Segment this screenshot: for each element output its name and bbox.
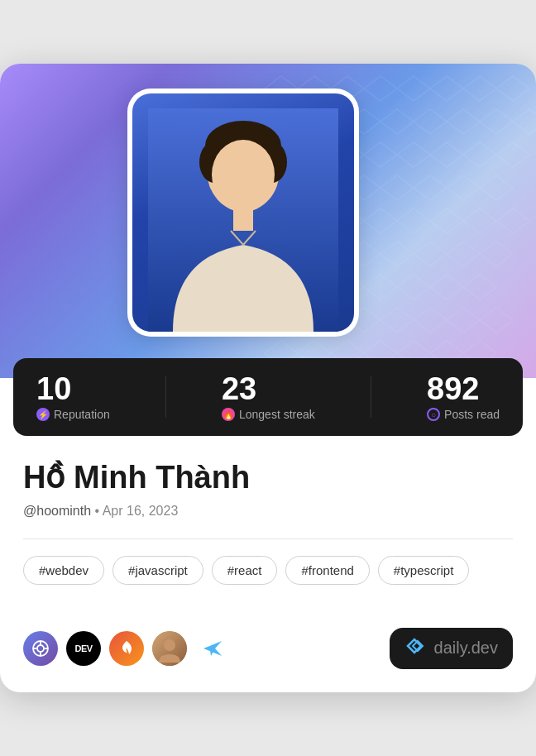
crosshair-icon[interactable] <box>23 631 58 666</box>
svg-point-8 <box>37 645 44 652</box>
profile-meta: @hoominth • Apr 16, 2023 <box>23 504 513 519</box>
stat-posts: 892 ○ Posts read <box>427 373 500 421</box>
join-date: Apr 16, 2023 <box>103 504 179 518</box>
reputation-label: ⚡ Reputation <box>36 408 110 421</box>
stat-divider-1 <box>165 376 166 418</box>
stat-divider-2 <box>371 376 371 418</box>
profile-card: 10 ⚡ Reputation 23 🔥 Longest streak 892 … <box>0 64 536 692</box>
stat-streak: 23 🔥 Longest streak <box>222 373 315 421</box>
card-body: Hồ Minh Thành @hoominth • Apr 16, 2023 #… <box>0 436 536 628</box>
posts-value: 892 <box>427 373 500 404</box>
divider <box>23 538 513 539</box>
daily-dev-logo: daily.dev <box>390 628 513 669</box>
svg-point-14 <box>164 639 175 651</box>
stats-bar: 10 ⚡ Reputation 23 🔥 Longest streak 892 … <box>13 358 523 436</box>
user-photo-icon[interactable] <box>152 631 187 666</box>
svg-point-5 <box>212 140 275 209</box>
devto-icon[interactable]: DEV <box>66 631 101 666</box>
profile-name: Hồ Minh Thành <box>23 459 513 497</box>
reputation-value: 10 <box>36 373 110 404</box>
hashnode-icon[interactable] <box>109 631 144 666</box>
streak-icon: 🔥 <box>222 408 235 421</box>
tag-frontend[interactable]: #frontend <box>285 556 369 585</box>
daily-dev-icon <box>404 636 428 661</box>
meta-separator: • <box>95 504 103 518</box>
avatar-wrapper <box>127 89 359 337</box>
tag-react[interactable]: #react <box>212 556 278 585</box>
posts-icon: ○ <box>427 408 440 421</box>
reputation-icon: ⚡ <box>36 408 50 421</box>
stat-reputation: 10 ⚡ Reputation <box>36 373 110 421</box>
card-header <box>0 64 536 378</box>
social-icons: DEV <box>23 631 230 666</box>
tag-webdev[interactable]: #webdev <box>23 556 104 585</box>
svg-rect-6 <box>233 206 253 231</box>
avatar-image <box>132 93 354 332</box>
tags-container: #webdev #javascript #react #frontend #ty… <box>23 556 513 585</box>
streak-value: 23 <box>222 373 315 404</box>
send-icon[interactable] <box>195 631 230 666</box>
card-footer: DEV <box>0 628 536 692</box>
posts-label: ○ Posts read <box>427 408 500 421</box>
streak-label: 🔥 Longest streak <box>222 408 315 421</box>
daily-dev-name: daily.dev <box>434 639 498 658</box>
tag-javascript[interactable]: #javascript <box>112 556 203 585</box>
username: @hoominth <box>23 504 91 518</box>
tag-typescript[interactable]: #typescript <box>378 556 470 585</box>
